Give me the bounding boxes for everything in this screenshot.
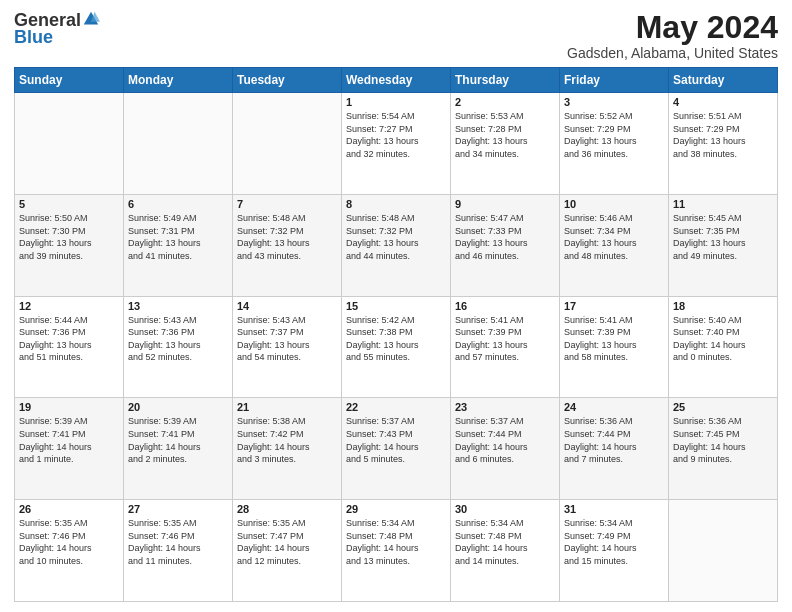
- calendar-cell: [233, 93, 342, 195]
- day-info: Sunrise: 5:34 AM Sunset: 7:48 PM Dayligh…: [346, 517, 446, 567]
- page: General Blue May 2024 Gadsden, Alabama, …: [0, 0, 792, 612]
- day-number: 25: [673, 401, 773, 413]
- calendar-cell: 20Sunrise: 5:39 AM Sunset: 7:41 PM Dayli…: [124, 398, 233, 500]
- calendar-cell: 16Sunrise: 5:41 AM Sunset: 7:39 PM Dayli…: [451, 296, 560, 398]
- calendar-week-row: 5Sunrise: 5:50 AM Sunset: 7:30 PM Daylig…: [15, 194, 778, 296]
- day-info: Sunrise: 5:48 AM Sunset: 7:32 PM Dayligh…: [237, 212, 337, 262]
- calendar-cell: [15, 93, 124, 195]
- day-number: 18: [673, 300, 773, 312]
- calendar-cell: 15Sunrise: 5:42 AM Sunset: 7:38 PM Dayli…: [342, 296, 451, 398]
- day-info: Sunrise: 5:43 AM Sunset: 7:37 PM Dayligh…: [237, 314, 337, 364]
- calendar-header-thursday: Thursday: [451, 68, 560, 93]
- calendar-table: SundayMondayTuesdayWednesdayThursdayFrid…: [14, 67, 778, 602]
- day-number: 31: [564, 503, 664, 515]
- day-number: 16: [455, 300, 555, 312]
- calendar-cell: 6Sunrise: 5:49 AM Sunset: 7:31 PM Daylig…: [124, 194, 233, 296]
- day-number: 14: [237, 300, 337, 312]
- day-number: 30: [455, 503, 555, 515]
- day-number: 22: [346, 401, 446, 413]
- day-info: Sunrise: 5:43 AM Sunset: 7:36 PM Dayligh…: [128, 314, 228, 364]
- calendar-cell: 23Sunrise: 5:37 AM Sunset: 7:44 PM Dayli…: [451, 398, 560, 500]
- calendar-cell: 24Sunrise: 5:36 AM Sunset: 7:44 PM Dayli…: [560, 398, 669, 500]
- day-number: 4: [673, 96, 773, 108]
- calendar-cell: 1Sunrise: 5:54 AM Sunset: 7:27 PM Daylig…: [342, 93, 451, 195]
- calendar-cell: 3Sunrise: 5:52 AM Sunset: 7:29 PM Daylig…: [560, 93, 669, 195]
- calendar-cell: 17Sunrise: 5:41 AM Sunset: 7:39 PM Dayli…: [560, 296, 669, 398]
- calendar-cell: 5Sunrise: 5:50 AM Sunset: 7:30 PM Daylig…: [15, 194, 124, 296]
- calendar-cell: 13Sunrise: 5:43 AM Sunset: 7:36 PM Dayli…: [124, 296, 233, 398]
- day-info: Sunrise: 5:34 AM Sunset: 7:48 PM Dayligh…: [455, 517, 555, 567]
- day-number: 11: [673, 198, 773, 210]
- calendar-cell: 12Sunrise: 5:44 AM Sunset: 7:36 PM Dayli…: [15, 296, 124, 398]
- day-info: Sunrise: 5:41 AM Sunset: 7:39 PM Dayligh…: [564, 314, 664, 364]
- day-info: Sunrise: 5:51 AM Sunset: 7:29 PM Dayligh…: [673, 110, 773, 160]
- calendar-cell: 29Sunrise: 5:34 AM Sunset: 7:48 PM Dayli…: [342, 500, 451, 602]
- calendar-week-row: 12Sunrise: 5:44 AM Sunset: 7:36 PM Dayli…: [15, 296, 778, 398]
- header: General Blue May 2024 Gadsden, Alabama, …: [14, 10, 778, 61]
- day-info: Sunrise: 5:44 AM Sunset: 7:36 PM Dayligh…: [19, 314, 119, 364]
- day-number: 12: [19, 300, 119, 312]
- day-info: Sunrise: 5:38 AM Sunset: 7:42 PM Dayligh…: [237, 415, 337, 465]
- calendar-cell: 11Sunrise: 5:45 AM Sunset: 7:35 PM Dayli…: [669, 194, 778, 296]
- day-number: 8: [346, 198, 446, 210]
- day-number: 21: [237, 401, 337, 413]
- calendar-cell: [124, 93, 233, 195]
- calendar-cell: 25Sunrise: 5:36 AM Sunset: 7:45 PM Dayli…: [669, 398, 778, 500]
- calendar-header-sunday: Sunday: [15, 68, 124, 93]
- day-info: Sunrise: 5:37 AM Sunset: 7:44 PM Dayligh…: [455, 415, 555, 465]
- day-info: Sunrise: 5:35 AM Sunset: 7:46 PM Dayligh…: [128, 517, 228, 567]
- day-info: Sunrise: 5:36 AM Sunset: 7:45 PM Dayligh…: [673, 415, 773, 465]
- calendar-header-row: SundayMondayTuesdayWednesdayThursdayFrid…: [15, 68, 778, 93]
- calendar-cell: 14Sunrise: 5:43 AM Sunset: 7:37 PM Dayli…: [233, 296, 342, 398]
- day-info: Sunrise: 5:37 AM Sunset: 7:43 PM Dayligh…: [346, 415, 446, 465]
- calendar-cell: 2Sunrise: 5:53 AM Sunset: 7:28 PM Daylig…: [451, 93, 560, 195]
- calendar-cell: [669, 500, 778, 602]
- calendar-header-saturday: Saturday: [669, 68, 778, 93]
- day-info: Sunrise: 5:48 AM Sunset: 7:32 PM Dayligh…: [346, 212, 446, 262]
- day-info: Sunrise: 5:39 AM Sunset: 7:41 PM Dayligh…: [128, 415, 228, 465]
- day-info: Sunrise: 5:41 AM Sunset: 7:39 PM Dayligh…: [455, 314, 555, 364]
- day-number: 27: [128, 503, 228, 515]
- calendar-cell: 7Sunrise: 5:48 AM Sunset: 7:32 PM Daylig…: [233, 194, 342, 296]
- day-number: 5: [19, 198, 119, 210]
- calendar-header-wednesday: Wednesday: [342, 68, 451, 93]
- day-number: 15: [346, 300, 446, 312]
- calendar-cell: 22Sunrise: 5:37 AM Sunset: 7:43 PM Dayli…: [342, 398, 451, 500]
- day-info: Sunrise: 5:47 AM Sunset: 7:33 PM Dayligh…: [455, 212, 555, 262]
- calendar-cell: 4Sunrise: 5:51 AM Sunset: 7:29 PM Daylig…: [669, 93, 778, 195]
- calendar-cell: 21Sunrise: 5:38 AM Sunset: 7:42 PM Dayli…: [233, 398, 342, 500]
- day-info: Sunrise: 5:36 AM Sunset: 7:44 PM Dayligh…: [564, 415, 664, 465]
- day-number: 24: [564, 401, 664, 413]
- day-number: 7: [237, 198, 337, 210]
- calendar-cell: 10Sunrise: 5:46 AM Sunset: 7:34 PM Dayli…: [560, 194, 669, 296]
- calendar-cell: 30Sunrise: 5:34 AM Sunset: 7:48 PM Dayli…: [451, 500, 560, 602]
- calendar-week-row: 1Sunrise: 5:54 AM Sunset: 7:27 PM Daylig…: [15, 93, 778, 195]
- day-number: 19: [19, 401, 119, 413]
- day-info: Sunrise: 5:46 AM Sunset: 7:34 PM Dayligh…: [564, 212, 664, 262]
- day-info: Sunrise: 5:49 AM Sunset: 7:31 PM Dayligh…: [128, 212, 228, 262]
- calendar-cell: 28Sunrise: 5:35 AM Sunset: 7:47 PM Dayli…: [233, 500, 342, 602]
- day-info: Sunrise: 5:35 AM Sunset: 7:46 PM Dayligh…: [19, 517, 119, 567]
- day-number: 28: [237, 503, 337, 515]
- calendar-cell: 8Sunrise: 5:48 AM Sunset: 7:32 PM Daylig…: [342, 194, 451, 296]
- day-number: 29: [346, 503, 446, 515]
- day-number: 26: [19, 503, 119, 515]
- title-block: May 2024 Gadsden, Alabama, United States: [567, 10, 778, 61]
- day-number: 3: [564, 96, 664, 108]
- day-number: 1: [346, 96, 446, 108]
- month-title: May 2024: [567, 10, 778, 45]
- day-number: 6: [128, 198, 228, 210]
- calendar-cell: 31Sunrise: 5:34 AM Sunset: 7:49 PM Dayli…: [560, 500, 669, 602]
- day-number: 17: [564, 300, 664, 312]
- day-number: 2: [455, 96, 555, 108]
- day-info: Sunrise: 5:52 AM Sunset: 7:29 PM Dayligh…: [564, 110, 664, 160]
- day-info: Sunrise: 5:45 AM Sunset: 7:35 PM Dayligh…: [673, 212, 773, 262]
- day-number: 9: [455, 198, 555, 210]
- logo: General Blue: [14, 10, 100, 46]
- day-info: Sunrise: 5:39 AM Sunset: 7:41 PM Dayligh…: [19, 415, 119, 465]
- calendar-cell: 18Sunrise: 5:40 AM Sunset: 7:40 PM Dayli…: [669, 296, 778, 398]
- location: Gadsden, Alabama, United States: [567, 45, 778, 61]
- calendar-header-friday: Friday: [560, 68, 669, 93]
- day-number: 10: [564, 198, 664, 210]
- day-number: 20: [128, 401, 228, 413]
